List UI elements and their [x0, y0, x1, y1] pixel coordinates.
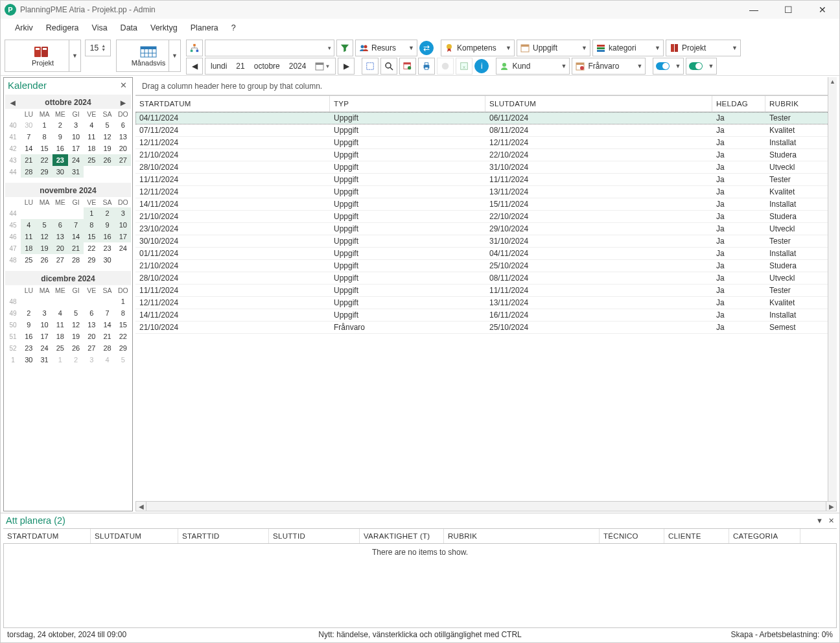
table-row[interactable]: 14/11/2024Uppgift15/11/2024JaInstallat	[135, 198, 837, 211]
calendar-day[interactable]: 31	[68, 166, 84, 178]
zoom-button[interactable]	[380, 58, 397, 75]
calendar-day[interactable]: 11	[21, 231, 36, 242]
calendar-day[interactable]: 1	[52, 354, 68, 366]
calendar-day[interactable]: 31	[37, 354, 52, 366]
filter-button[interactable]	[336, 40, 353, 56]
franvaro-filter[interactable]: Frånvaro ▼	[572, 58, 646, 75]
calendar-day[interactable]: 28	[21, 166, 36, 178]
calendar-day[interactable]: 4	[21, 219, 36, 231]
menu-arkiv[interactable]: Arkiv	[10, 21, 38, 34]
table-row[interactable]: 04/11/2024Uppgift06/11/2024JaTester	[135, 112, 837, 124]
calendar-day[interactable]: 22	[37, 154, 52, 166]
toggle-1[interactable]: ▼	[653, 58, 684, 75]
column-header[interactable]: STARTTID	[178, 529, 269, 543]
select-rect-button[interactable]	[362, 58, 379, 75]
close-button[interactable]: ✕	[813, 3, 832, 16]
table-row[interactable]: 28/10/2024Uppgift08/11/2024JaUtveckl	[135, 272, 837, 285]
calendar-day[interactable]: 28	[100, 342, 115, 354]
column-header[interactable]: CATEGORIA	[729, 529, 800, 543]
calendar-day[interactable]: 24	[68, 154, 84, 166]
month-header[interactable]: dicembre 2024	[5, 271, 131, 285]
calendar-day[interactable]: 15	[84, 231, 99, 242]
scroll-up-icon[interactable]: ▲	[828, 77, 837, 86]
calendar-picker-icon[interactable]: ▼	[315, 62, 330, 71]
calendar-day[interactable]: 21	[21, 154, 36, 166]
calendar-day[interactable]: 28	[68, 254, 84, 266]
calendar-day[interactable]: 25	[84, 154, 99, 166]
calendar-day[interactable]: 12	[68, 319, 84, 331]
calendar-day[interactable]: 2	[68, 354, 84, 366]
menu-data[interactable]: Data	[115, 21, 143, 34]
calendar-day[interactable]: 25	[21, 254, 36, 266]
calendar-day[interactable]: 18	[84, 143, 99, 154]
panel-close-button[interactable]: ✕	[828, 517, 834, 525]
table-row[interactable]: 23/10/2024Uppgift29/10/2024JaUtveckl	[135, 223, 837, 235]
calendar-day[interactable]: 30	[21, 119, 36, 131]
calendar-day[interactable]: 16	[52, 143, 68, 154]
calendar-day[interactable]: 15	[115, 319, 131, 331]
calendar-day[interactable]: 16	[21, 331, 36, 342]
calendar-day[interactable]: 7	[21, 131, 36, 143]
month-header[interactable]: novembre 2024	[5, 183, 131, 197]
info-button[interactable]: i	[474, 59, 489, 73]
excel-button[interactable]: x	[456, 58, 472, 75]
calendar-day[interactable]: 17	[115, 231, 131, 242]
calendar-day[interactable]: 27	[115, 154, 131, 166]
calendar-day[interactable]: 9	[100, 219, 115, 231]
table-row[interactable]: 21/10/2024Uppgift22/10/2024JaStudera	[135, 211, 837, 223]
projekt-view-button[interactable]: Projekt ▼	[5, 40, 81, 72]
calendar-day[interactable]: 5	[115, 354, 131, 366]
table-row[interactable]: 14/11/2024Uppgift16/11/2024JaInstallat	[135, 309, 837, 322]
calendar-day[interactable]: 23	[100, 242, 115, 254]
calendar-day[interactable]: 17	[68, 143, 84, 154]
minimize-button[interactable]: —	[744, 3, 764, 16]
calendar-day[interactable]: 7	[100, 307, 115, 319]
table-row[interactable]: 28/10/2024Uppgift31/10/2024JaUtveckl	[135, 161, 837, 174]
column-header[interactable]: RUBRIK	[444, 529, 600, 543]
calendar-day[interactable]: 20	[52, 242, 68, 254]
table-row[interactable]: 11/11/2024Uppgift11/11/2024JaTester	[135, 174, 837, 186]
toggle-2[interactable]: ▼	[686, 58, 717, 75]
calendar-day[interactable]: 20	[84, 331, 99, 342]
calendar-day[interactable]: 10	[115, 219, 131, 231]
calendar-day[interactable]: 13	[84, 319, 99, 331]
to-plan-columns[interactable]: STARTDATUMSLUTDATUMSTARTTIDSLUTTIDVARAKT…	[3, 528, 837, 544]
period-spin[interactable]: 15 ▲▼	[85, 40, 111, 56]
calendar-day[interactable]: 10	[37, 319, 52, 331]
calendar-day[interactable]: 27	[52, 254, 68, 266]
calendar-day[interactable]: 12	[37, 231, 52, 242]
calendar-day[interactable]: 13	[52, 231, 68, 242]
calendar-day[interactable]: 6	[84, 307, 99, 319]
menu-redigera[interactable]: Redigera	[41, 21, 84, 34]
kompetens-filter[interactable]: Kompetens ▼	[441, 40, 515, 56]
manadsvis-caret-icon[interactable]: ▼	[169, 40, 180, 71]
month-prev-icon[interactable]: ◀	[10, 99, 16, 106]
month-header[interactable]: ◀ottobre 2024▶	[5, 95, 131, 109]
calendar-day[interactable]: 26	[37, 254, 52, 266]
horizontal-scrollbar[interactable]: ◀ ▶	[135, 501, 837, 511]
calendar-day[interactable]: 14	[100, 319, 115, 331]
calendar-day[interactable]: 8	[37, 131, 52, 143]
calendar-day[interactable]: 21	[100, 331, 115, 342]
column-header[interactable]: TÉCNICO	[600, 529, 664, 543]
scroll-right-icon[interactable]: ▶	[826, 502, 836, 511]
link-button[interactable]: ⇄	[419, 41, 434, 55]
calendar-day[interactable]: 3	[84, 354, 99, 366]
calendar-day[interactable]: 11	[52, 319, 68, 331]
calendar-day[interactable]: 8	[84, 219, 99, 231]
calendar-day[interactable]: 10	[68, 131, 84, 143]
calendar-day[interactable]: 2	[52, 119, 68, 131]
org-chart-button[interactable]	[186, 40, 203, 56]
calendar-day[interactable]: 9	[21, 319, 36, 331]
calendar-day[interactable]: 23	[21, 342, 36, 354]
calendar-day[interactable]: 6	[115, 119, 131, 131]
calendar-day[interactable]: 23	[52, 154, 68, 166]
calendar-day[interactable]: 19	[100, 143, 115, 154]
column-header[interactable]: STARTDATUM	[3, 529, 91, 543]
table-row[interactable]: 12/11/2024Uppgift13/11/2024JaKvalitet	[135, 297, 837, 309]
calendar-day[interactable]: 24	[37, 342, 52, 354]
menu-planera[interactable]: Planera	[185, 21, 224, 34]
column-header[interactable]: VARAKTIGHET (T)	[360, 529, 444, 543]
kategori-filter[interactable]: kategori ▼	[592, 40, 664, 56]
print-button[interactable]	[418, 58, 435, 75]
